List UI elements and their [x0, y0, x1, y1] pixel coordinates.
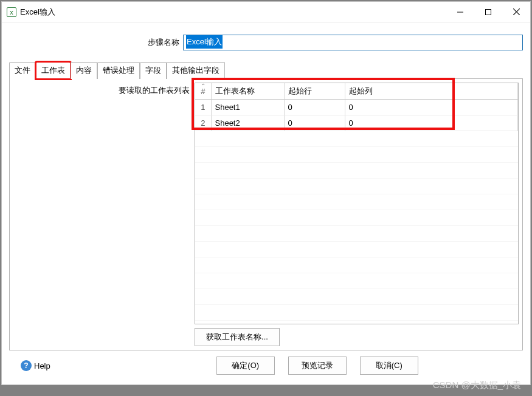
cell-start-col[interactable]: 0	[345, 115, 518, 131]
cell-index: 1	[195, 100, 211, 115]
cell-index: 2	[195, 115, 211, 131]
cell-name[interactable]: Sheet2	[211, 115, 284, 131]
ok-button[interactable]: 确定(O)	[216, 357, 275, 375]
preview-button[interactable]: 预览记录	[288, 357, 347, 375]
col-header-start-col[interactable]: 起始列	[345, 83, 518, 100]
tab-error-handling[interactable]: 错误处理	[97, 62, 140, 79]
col-header-name[interactable]: 工作表名称	[211, 83, 284, 100]
cell-name[interactable]: Sheet1	[211, 100, 284, 115]
step-name-value: Excel输入	[186, 35, 223, 49]
main-buttons: 确定(O) 预览记录 取消(C)	[216, 357, 418, 375]
maximize-button[interactable]	[474, 2, 502, 22]
empty-grid-area[interactable]	[195, 131, 518, 324]
dialog-footer: ? Help 确定(O) 预览记录 取消(C)	[9, 350, 523, 381]
tab-strip: 文件 工作表 内容 错误处理 字段 其他输出字段	[9, 61, 523, 78]
sheet-list-label: 要读取的工作表列表	[13, 83, 191, 346]
window-controls	[446, 2, 530, 22]
step-name-row: 步骤名称 Excel输入	[9, 30, 523, 61]
cell-start-col[interactable]: 0	[345, 100, 518, 115]
tab-fields[interactable]: 字段	[140, 62, 167, 79]
excel-icon: x	[7, 7, 16, 17]
tab-other-output-fields[interactable]: 其他输出字段	[167, 62, 225, 79]
sort-indicator-icon: ⌃	[201, 83, 206, 89]
table-row[interactable]: 1 Sheet1 0 0	[195, 100, 518, 115]
svg-rect-1	[486, 9, 491, 15]
below-grid: 获取工作表名称...	[195, 324, 519, 346]
get-sheet-names-button[interactable]: 获取工作表名称...	[195, 328, 280, 346]
dialog-content: 步骤名称 Excel输入 文件 工作表 内容 错误处理 字段 其他输出字段 要读…	[2, 22, 530, 384]
titlebar: x Excel输入	[2, 2, 530, 22]
help-icon: ?	[21, 360, 32, 371]
tab-worksheet[interactable]: 工作表	[36, 62, 71, 79]
tab-content[interactable]: 内容	[71, 62, 97, 79]
tab-file[interactable]: 文件	[9, 62, 36, 79]
close-button[interactable]	[502, 2, 530, 22]
minimize-button[interactable]	[446, 2, 474, 22]
tabs-container: 文件 工作表 内容 错误处理 字段 其他输出字段 要读取的工作表列表	[9, 61, 523, 350]
table-header-row: ⌃# 工作表名称 起始行 起始列	[195, 83, 518, 100]
window-title: Excel输入	[20, 7, 55, 18]
table-row[interactable]: 2 Sheet2 0 0	[195, 115, 518, 131]
col-header-start-row[interactable]: 起始行	[284, 83, 345, 100]
cancel-button[interactable]: 取消(C)	[360, 357, 418, 375]
sheet-table-wrap: ⌃# 工作表名称 起始行 起始列 1 Sheet1	[195, 83, 519, 346]
help-label: Help	[34, 361, 50, 370]
sheet-grid[interactable]: ⌃# 工作表名称 起始行 起始列 1 Sheet1	[195, 83, 519, 324]
sheet-table: ⌃# 工作表名称 起始行 起始列 1 Sheet1	[195, 83, 518, 131]
help-button[interactable]: ? Help	[15, 358, 56, 374]
cell-start-row[interactable]: 0	[284, 100, 345, 115]
step-name-input[interactable]: Excel输入	[183, 35, 523, 50]
dialog-window: x Excel输入 步骤名称 Excel输入 文件 工作表 内容	[1, 1, 531, 385]
panel-body: 要读取的工作表列表 ⌃# 工作表名称 起始行 起始列	[13, 83, 519, 346]
tab-panel-worksheet: 要读取的工作表列表 ⌃# 工作表名称 起始行 起始列	[9, 78, 523, 350]
cell-start-row[interactable]: 0	[284, 115, 345, 131]
col-header-index[interactable]: ⌃#	[195, 83, 211, 100]
step-name-label: 步骤名称	[9, 37, 183, 48]
